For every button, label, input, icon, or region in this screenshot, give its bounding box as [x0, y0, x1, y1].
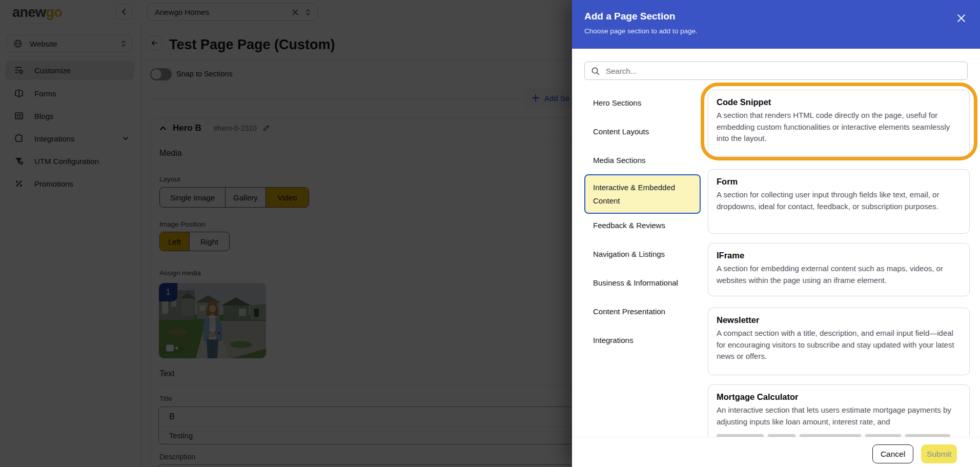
modal-subtitle: Choose page section to add to page.	[584, 27, 698, 35]
category-business-informational[interactable]: Business & Informational	[593, 278, 678, 287]
modal-footer: Cancel Submit	[572, 437, 980, 467]
search-icon	[591, 67, 600, 75]
close-icon	[957, 14, 966, 23]
app-screen: anewgo Anewgo Homes Website Customize	[0, 0, 980, 467]
category-content-presentation[interactable]: Content Presentation	[593, 307, 665, 316]
card-title: Code Snippet	[717, 97, 961, 107]
card-description: An interactive section that lets users e…	[717, 404, 961, 428]
category-navigation-listings[interactable]: Navigation & Listings	[593, 250, 665, 258]
section-card-code-snippet[interactable]: Code Snippet A section that renders HTML…	[708, 90, 970, 156]
submit-button[interactable]: Submit	[921, 444, 957, 463]
category-interactive-embedded-content-selected[interactable]: Interactive & Embedded Content	[584, 174, 701, 214]
modal-title: Add a Page Section	[584, 11, 675, 22]
card-title: Newsletter	[717, 315, 961, 325]
cancel-button[interactable]: Cancel	[872, 444, 913, 463]
card-description: A section for collecting user input thro…	[717, 189, 961, 212]
category-content-layouts[interactable]: Content Layouts	[593, 127, 649, 136]
modal-header: Add a Page Section Choose page section t…	[572, 0, 980, 49]
card-description: A section for embedding external content…	[717, 263, 961, 286]
section-card-iframe[interactable]: IFrame A section for embedding external …	[708, 243, 970, 296]
card-title: Form	[717, 177, 961, 187]
search-input[interactable]	[605, 66, 933, 76]
card-title: Mortgage Calculator	[717, 392, 961, 402]
section-card-newsletter[interactable]: Newsletter A compact section with a titl…	[708, 308, 970, 375]
card-description: A compact section with a title, descript…	[717, 328, 961, 362]
add-page-section-modal: Add a Page Section Choose page section t…	[572, 0, 980, 467]
category-media-sections[interactable]: Media Sections	[593, 156, 646, 165]
section-search[interactable]	[584, 62, 968, 80]
close-button[interactable]	[955, 12, 967, 24]
card-title: IFrame	[717, 251, 961, 260]
category-integrations[interactable]: Integrations	[593, 336, 633, 344]
section-card-form[interactable]: Form A section for collecting user input…	[708, 169, 970, 234]
category-feedback-reviews[interactable]: Feedback & Reviews	[593, 221, 665, 230]
card-description: A section that renders HTML code directl…	[717, 110, 961, 145]
category-hero-sections[interactable]: Hero Sections	[593, 98, 641, 107]
